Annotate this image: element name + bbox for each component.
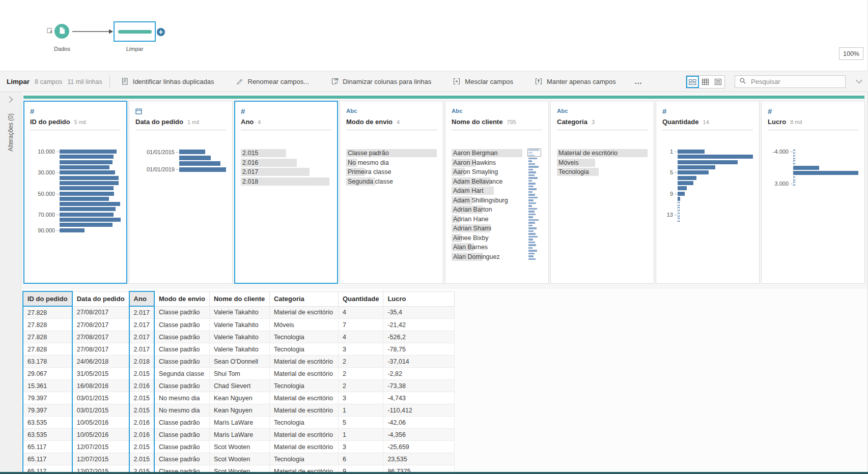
table-cell[interactable]: Shui Tom [209, 368, 269, 380]
value-row[interactable]: Aaron Smayling [452, 168, 526, 176]
histogram-bar[interactable] [678, 207, 680, 211]
histogram-bar[interactable] [793, 166, 819, 170]
histogram-bar[interactable] [793, 150, 795, 154]
histogram-bar[interactable] [678, 160, 738, 164]
histogram-bar[interactable] [60, 213, 114, 217]
table-cell[interactable]: Classe padrão [154, 331, 210, 343]
table-cell[interactable]: 2.015 [129, 465, 154, 472]
table-cell[interactable]: 27/08/2017 [72, 319, 129, 331]
value-row[interactable]: Tecnologia [557, 168, 648, 176]
table-cell[interactable]: Scot Wooten [209, 465, 269, 472]
table-cell[interactable]: 2.016 [129, 380, 154, 392]
table-cell[interactable]: 65.117 [23, 453, 72, 465]
table-cell[interactable]: Kean Nguyen [209, 392, 269, 404]
histogram-bar[interactable] [678, 197, 680, 201]
table-cell[interactable]: 4 [338, 331, 383, 343]
value-row[interactable]: Primeira classe [346, 168, 437, 176]
column-header-data-do-pedido[interactable]: Data do pedido [72, 291, 129, 306]
histogram-bar[interactable] [60, 207, 116, 211]
histogram-bar[interactable] [793, 176, 795, 181]
table-cell[interactable]: Classe padrão [154, 453, 210, 465]
table-cell[interactable]: 63.535 [23, 429, 72, 441]
table-cell[interactable]: Tecnologia [269, 417, 338, 429]
table-cell[interactable]: 2 [338, 368, 383, 380]
table-cell[interactable]: 16/08/2016 [72, 380, 129, 392]
histogram-bar[interactable] [60, 218, 121, 222]
histogram-bar[interactable] [678, 165, 715, 169]
table-cell[interactable]: 2.017 [129, 343, 154, 355]
table-cell[interactable]: Classe padrão [154, 441, 210, 453]
table-cell[interactable]: 2.018 [129, 355, 154, 368]
table-cell[interactable]: Valerie Takahito [209, 343, 269, 355]
table-cell[interactable]: 2 [338, 355, 383, 368]
table-cell[interactable]: Classe padrão [154, 417, 210, 429]
value-row[interactable]: 2.017 [241, 168, 331, 176]
value-row[interactable]: No mesmo dia [346, 159, 437, 167]
table-cell[interactable]: 23,535 [383, 453, 455, 465]
value-row[interactable]: Alan Barnes [452, 243, 526, 251]
table-cell[interactable]: Material de escritório [269, 355, 338, 368]
table-cell[interactable]: 12/07/2015 [72, 453, 129, 465]
table-cell[interactable]: Tecnologia [269, 343, 338, 355]
table-cell[interactable]: 03/01/2015 [72, 392, 129, 404]
table-cell[interactable]: Material de escritório [269, 404, 338, 417]
profile-card-categoria[interactable]: AbcCategoria3Material de escritórioMóvei… [550, 101, 654, 284]
table-cell[interactable]: Tecnologia [269, 453, 338, 465]
value-row[interactable]: Aaron Hawkins [452, 159, 526, 167]
histogram-bar[interactable] [678, 181, 693, 185]
table-cell[interactable]: Material de escritório [269, 429, 338, 441]
overview-viewport[interactable] [527, 149, 541, 157]
table-cell[interactable]: 5 [338, 417, 383, 429]
value-row[interactable]: Adrian Shami [452, 224, 526, 232]
value-row[interactable]: Aimee Bixby [452, 234, 526, 242]
table-cell[interactable]: -37,014 [383, 355, 455, 368]
histogram-bar[interactable] [60, 165, 109, 169]
table-cell[interactable]: Kean Nguyen [209, 404, 269, 417]
table-cell[interactable]: Material de escritório [269, 392, 338, 404]
table-cell[interactable]: 27.828 [23, 306, 72, 319]
table-cell[interactable]: 2.017 [129, 319, 154, 331]
clean-step-node[interactable] [114, 21, 156, 42]
expand-changes-chevron-icon[interactable] [6, 96, 13, 103]
collapse-pane-chevron-icon[interactable] [856, 77, 862, 83]
histogram-bar[interactable] [179, 156, 211, 160]
profile-card-id-do-pedido[interactable]: #ID do pedido5 mil10.00030.00050.00070.0… [23, 101, 127, 284]
table-cell[interactable]: Chad Sievert [209, 380, 269, 392]
table-cell[interactable]: -35,4 [383, 306, 455, 319]
merge-fields-button[interactable]: Mesclar campos [442, 71, 524, 92]
table-cell[interactable]: Scot Wooten [209, 441, 269, 453]
histogram-bar[interactable] [678, 218, 680, 222]
value-row[interactable]: 2.016 [241, 159, 331, 167]
table-cell[interactable]: 86,7375 [383, 465, 455, 472]
histogram-bar[interactable] [60, 181, 119, 185]
table-cell[interactable]: Classe padrão [154, 465, 210, 472]
table-cell[interactable]: 7 [338, 319, 383, 331]
table-cell[interactable]: Segunda classe [154, 368, 210, 380]
histogram-bar[interactable] [678, 155, 753, 159]
table-cell[interactable]: 27.828 [23, 331, 72, 343]
histogram-bar[interactable] [678, 202, 680, 206]
list-view-toggle[interactable] [712, 76, 724, 88]
table-cell[interactable]: -4,743 [383, 392, 455, 404]
column-header-categoria[interactable]: Categoria [269, 291, 338, 306]
flow-canvas[interactable]: Dados Limpar 100% [0, 0, 868, 71]
table-cell[interactable]: Material de escritório [269, 465, 338, 472]
add-step-button[interactable] [157, 28, 165, 36]
column-header-ano[interactable]: Ano [129, 291, 154, 306]
table-cell[interactable]: 29.067 [23, 368, 72, 380]
profile-card-nome-do-cliente[interactable]: AbcNome do cliente795Aaron BergmanAaron … [445, 101, 549, 284]
table-cell[interactable]: Tecnologia [269, 331, 338, 343]
value-row[interactable]: Segunda classe [346, 177, 437, 186]
table-cell[interactable]: Valerie Takahito [209, 306, 269, 319]
table-cell[interactable]: Classe padrão [154, 343, 210, 355]
grid-view-toggle[interactable] [699, 76, 712, 88]
table-cell[interactable]: Tecnologia [269, 380, 338, 392]
column-header-lucro[interactable]: Lucro [383, 291, 455, 306]
table-cell[interactable]: 63.535 [23, 417, 72, 429]
histogram-bar[interactable] [678, 186, 687, 190]
toolbar-more-button[interactable]: ... [627, 77, 651, 85]
table-cell[interactable]: 63.178 [23, 355, 72, 368]
table-cell[interactable]: 31/05/2015 [72, 368, 129, 380]
value-row[interactable]: Adam Shillingsburg [452, 196, 526, 204]
table-cell[interactable]: 79.397 [23, 404, 72, 417]
